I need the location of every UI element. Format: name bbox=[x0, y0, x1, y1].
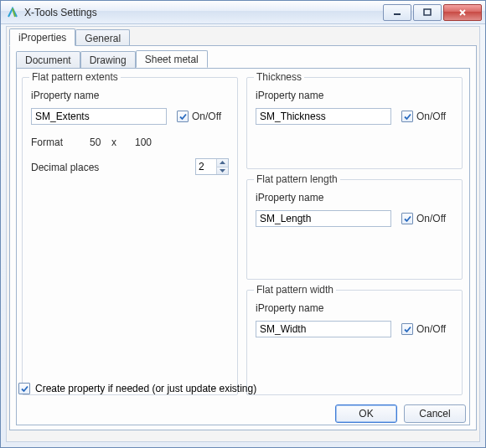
legend-thickness: Thickness bbox=[254, 71, 304, 83]
format-b: 100 bbox=[135, 136, 152, 148]
spinner-up[interactable] bbox=[217, 159, 228, 167]
label-width-onoff: On/Off bbox=[416, 323, 446, 335]
tab-iproperties[interactable]: iProperties bbox=[9, 28, 75, 46]
bottom-bar: Create property if needed (or just updat… bbox=[10, 376, 476, 430]
tab-document[interactable]: Document bbox=[16, 51, 80, 68]
titlebar[interactable]: X-Tools Settings bbox=[1, 1, 485, 24]
label-extents-onoff: On/Off bbox=[192, 111, 221, 122]
checkbox-create-property[interactable] bbox=[18, 383, 30, 394]
sub-tabstrip: Document Drawing Sheet metal bbox=[13, 49, 473, 68]
spinner-down[interactable] bbox=[217, 167, 228, 175]
checkbox-length-onoff[interactable] bbox=[401, 213, 413, 224]
format-x: x bbox=[111, 136, 116, 148]
input-length-propname[interactable] bbox=[256, 210, 391, 227]
group-thickness: Thickness iProperty name On/Off bbox=[246, 77, 463, 169]
svg-rect-0 bbox=[394, 13, 401, 15]
group-extents: Flat pattern extents iProperty name On/O… bbox=[22, 77, 238, 395]
cancel-button[interactable]: Cancel bbox=[404, 404, 466, 423]
input-width-propname[interactable] bbox=[256, 321, 391, 337]
group-length: Flat pattern length iProperty name On/Of… bbox=[246, 179, 463, 280]
button-row: OK Cancel bbox=[335, 404, 466, 423]
tab-general[interactable]: General bbox=[75, 29, 130, 46]
legend-width: Flat pattern width bbox=[254, 284, 336, 296]
input-thickness-propname[interactable] bbox=[256, 108, 391, 125]
spinner-decimal-places[interactable] bbox=[195, 158, 229, 175]
label-create-property: Create property if needed (or just updat… bbox=[35, 383, 256, 394]
close-button[interactable] bbox=[443, 4, 482, 21]
label-thickness-propname: iProperty name bbox=[256, 90, 323, 101]
window-title: X-Tools Settings bbox=[24, 7, 381, 18]
label-format: Format bbox=[31, 136, 63, 148]
app-icon bbox=[6, 6, 19, 19]
top-tabpanel: Document Drawing Sheet metal Flat patter… bbox=[9, 45, 477, 430]
label-thickness-onoff: On/Off bbox=[416, 111, 446, 122]
label-width-propname: iProperty name bbox=[256, 302, 323, 314]
ok-button[interactable]: OK bbox=[335, 404, 397, 423]
format-a: 50 bbox=[90, 136, 101, 148]
create-property-row: Create property if needed (or just updat… bbox=[18, 383, 256, 394]
tab-sheet-metal[interactable]: Sheet metal bbox=[136, 50, 208, 68]
sub-tabpanel: Flat pattern extents iProperty name On/O… bbox=[16, 68, 470, 425]
window-buttons bbox=[381, 4, 482, 21]
checkbox-thickness-onoff[interactable] bbox=[401, 111, 413, 122]
checkbox-extents-onoff[interactable] bbox=[177, 111, 189, 122]
window-frame: X-Tools Settings iProperties General Doc… bbox=[0, 0, 486, 448]
checkbox-width-onoff[interactable] bbox=[401, 323, 413, 335]
tab-drawing[interactable]: Drawing bbox=[80, 51, 136, 68]
label-length-propname: iProperty name bbox=[256, 192, 323, 203]
minimize-button[interactable] bbox=[383, 4, 411, 21]
svg-rect-1 bbox=[424, 9, 431, 15]
label-length-onoff: On/Off bbox=[416, 213, 446, 224]
input-extents-propname[interactable] bbox=[31, 108, 167, 125]
legend-extents: Flat pattern extents bbox=[29, 71, 121, 83]
top-tabstrip: iProperties General bbox=[7, 28, 479, 46]
label-extents-propname: iProperty name bbox=[31, 90, 99, 101]
maximize-button[interactable] bbox=[413, 4, 442, 21]
client-area: iProperties General Document Drawing She… bbox=[6, 26, 480, 442]
label-decimal-places: Decimal places bbox=[31, 162, 99, 173]
legend-length: Flat pattern length bbox=[254, 173, 340, 185]
spinner-decimal-value[interactable] bbox=[196, 159, 216, 174]
